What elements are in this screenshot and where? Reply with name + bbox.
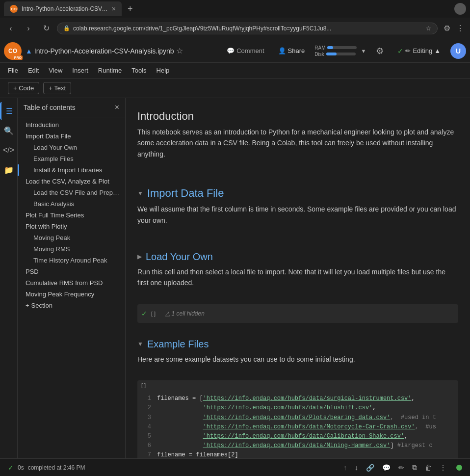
toc-item-basic-analysis[interactable]: Basic Analysis bbox=[18, 198, 125, 210]
bookmark-icon[interactable]: ☆ bbox=[426, 25, 431, 32]
cell-hidden-label[interactable]: △ 1 cell hidden bbox=[159, 306, 210, 321]
share-icon: 👤 bbox=[278, 47, 286, 54]
main-layout: ☰ 🔍 </> 📁 Table of contents × Introducti… bbox=[0, 98, 470, 458]
active-tab[interactable]: CO Intro-Python-Acceleration-CSV-A... × bbox=[4, 1, 122, 16]
example-files-heading: Example Files bbox=[147, 339, 209, 350]
toc-item-load-csv-file[interactable]: Load the CSV File and Prepare bbox=[18, 187, 125, 198]
folder-icon-button[interactable]: 📁 bbox=[0, 161, 18, 179]
menu-tools[interactable]: Tools bbox=[128, 65, 150, 76]
link-5[interactable]: 'https://info.endaq.com/hubfs/data/Calib… bbox=[203, 433, 404, 440]
toc-item-plot-full[interactable]: Plot Full Time Series bbox=[18, 210, 125, 221]
forward-button[interactable]: › bbox=[22, 22, 35, 35]
toc-item-import-data[interactable]: Import Data File bbox=[18, 131, 125, 142]
connected-status-dot bbox=[456, 465, 462, 471]
extensions-button[interactable]: ⚙ bbox=[442, 22, 452, 35]
search-icon-button[interactable]: 🔍 bbox=[0, 122, 18, 139]
status-time: 0s bbox=[18, 464, 24, 471]
toc-item-example-files[interactable]: Example Files bbox=[18, 153, 125, 164]
user-avatar[interactable]: U bbox=[450, 43, 466, 59]
copy-cell-button[interactable]: ⧉ bbox=[410, 461, 419, 474]
settings-button[interactable]: ⚙ bbox=[372, 44, 388, 58]
toc-item-introduction[interactable]: Introduction bbox=[18, 119, 125, 131]
toc-item-moving-peak[interactable]: Moving Peak bbox=[18, 232, 125, 243]
toc-item-load-csv[interactable]: Load the CSV, Analyze & Plot bbox=[18, 176, 125, 187]
menu-insert[interactable]: Insert bbox=[68, 65, 92, 76]
link-4[interactable]: 'https://info.endaq.com/hubfs/data/Motor… bbox=[203, 423, 415, 430]
toc-item-load-your-own[interactable]: Load Your Own bbox=[18, 142, 125, 153]
sidebar-strip: ☰ 🔍 </> 📁 bbox=[0, 98, 18, 458]
toc-item-moving-peak-freq[interactable]: Moving Peak Frequency bbox=[18, 289, 125, 300]
ram-disk-indicator[interactable]: RAM Disk ▼ bbox=[314, 45, 366, 57]
load-your-own-chevron-icon[interactable]: ▶ bbox=[137, 253, 142, 260]
menu-help[interactable]: Help bbox=[153, 65, 174, 76]
more-cell-button[interactable]: ⋮ bbox=[438, 462, 448, 474]
example-files-section: ▼ Example Files bbox=[137, 339, 458, 350]
code-content: 1 filenames = ['https://info.endaq.com/h… bbox=[137, 390, 458, 458]
intro-para: This notebook serves as an introduction … bbox=[137, 127, 458, 159]
section-plus-icon: + bbox=[26, 302, 29, 309]
move-down-button[interactable]: ↓ bbox=[353, 462, 360, 474]
menu-view[interactable]: View bbox=[45, 65, 66, 76]
status-checkmark: ✓ bbox=[8, 464, 14, 472]
toc-item-install-import[interactable]: Install & Import Libraries bbox=[18, 164, 125, 176]
load-your-own-heading: Load Your Own bbox=[146, 251, 213, 263]
share-button[interactable]: 👤 Share bbox=[274, 45, 309, 56]
comment-cell-button[interactable]: 💬 bbox=[380, 462, 392, 474]
code-icon-button[interactable]: </> bbox=[0, 141, 18, 159]
file-name: Intro-Python-Acceleration-CSV-Analysis.i… bbox=[34, 47, 174, 55]
import-chevron-icon[interactable]: ▼ bbox=[137, 190, 143, 197]
toc: Introduction Import Data File Load Your … bbox=[18, 117, 125, 313]
link-6[interactable]: 'https://info.endaq.com/hubfs/data/Minin… bbox=[203, 442, 391, 449]
comment-button[interactable]: 💬 Comment bbox=[223, 45, 268, 56]
add-text-button[interactable]: + Text bbox=[43, 82, 71, 94]
editing-button[interactable]: ✓ ✏ Editing ▲ bbox=[393, 45, 444, 57]
tab-favicon: CO bbox=[10, 5, 18, 13]
new-tab-button[interactable]: + bbox=[124, 4, 137, 14]
move-up-button[interactable]: ↑ bbox=[341, 462, 349, 474]
code-line-7: 7 filename = filenames[2] bbox=[143, 450, 452, 458]
notebook: Introduction This notebook serves as an … bbox=[126, 98, 470, 458]
toc-item-psd[interactable]: PSD bbox=[18, 266, 125, 277]
back-button[interactable]: ‹ bbox=[4, 22, 18, 35]
toc-item-section[interactable]: + Section bbox=[18, 300, 125, 311]
code-line-5: 5 'https://info.endaq.com/hubfs/data/Cal… bbox=[143, 432, 452, 441]
load-your-own-cell: ▶ Load Your Own Run this cell and then s… bbox=[137, 241, 458, 296]
link-2[interactable]: 'https://info.endaq.com/hubfs/data/blush… bbox=[203, 404, 373, 411]
delete-cell-button[interactable]: 🗑 bbox=[423, 462, 434, 474]
link-1[interactable]: 'https://info.endaq.com/hubfs/data/surgi… bbox=[203, 395, 412, 402]
code-line-1: 1 filenames = ['https://info.endaq.com/h… bbox=[143, 394, 452, 403]
drive-icon: ▲ bbox=[26, 47, 32, 55]
bottom-bar: ✓ 0s completed at 2:46 PM ↑ ↓ 🔗 💬 ✏ ⧉ 🗑 … bbox=[0, 458, 470, 476]
menu-edit[interactable]: Edit bbox=[24, 65, 43, 76]
toc-item-moving-rms[interactable]: Moving RMS bbox=[18, 243, 125, 255]
line-code-1: filenames = ['https://info.endaq.com/hub… bbox=[157, 394, 415, 403]
menu-file[interactable]: File bbox=[4, 65, 22, 76]
sidebar: Table of contents × Introduction Import … bbox=[18, 98, 126, 458]
menu-button[interactable]: ⋮ bbox=[454, 22, 466, 35]
example-chevron-icon[interactable]: ▼ bbox=[137, 341, 143, 347]
hidden-cell: ✓ [ ] △ 1 cell hidden bbox=[137, 304, 458, 323]
refresh-button[interactable]: ↻ bbox=[39, 22, 53, 35]
link-3[interactable]: 'https://info.endaq.com/hubfs/Plots/bear… bbox=[203, 414, 391, 421]
file-info: ▲ Intro-Python-Acceleration-CSV-Analysis… bbox=[26, 46, 183, 55]
toc-icon-button[interactable]: ☰ bbox=[0, 102, 18, 120]
add-code-button[interactable]: + Code bbox=[8, 82, 39, 94]
cell-bracket-hidden: [ ] bbox=[151, 311, 156, 317]
star-button[interactable]: ☆ bbox=[176, 46, 183, 55]
tab-title: Intro-Python-Acceleration-CSV-A... bbox=[22, 5, 108, 12]
url-bar[interactable]: 🔒 colab.research.google.com/drive/1_pcGt… bbox=[57, 23, 438, 34]
intro-heading: Introduction bbox=[137, 110, 458, 123]
disk-bar-row: Disk bbox=[314, 52, 357, 57]
menu-runtime[interactable]: Runtime bbox=[94, 65, 126, 76]
toc-item-cumulative-rms[interactable]: Cumulative RMS from PSD bbox=[18, 277, 125, 289]
import-para: We will assume that the first column is … bbox=[137, 204, 458, 226]
profile-icon[interactable] bbox=[454, 3, 466, 15]
toc-item-plot-plotly[interactable]: Plot with Plotly bbox=[18, 221, 125, 232]
sidebar-title: Table of contents bbox=[24, 104, 76, 111]
line-code-4: 'https://info.endaq.com/hubfs/data/Motor… bbox=[157, 423, 436, 432]
edit-cell-button[interactable]: ✏ bbox=[396, 462, 406, 474]
tab-close-button[interactable]: × bbox=[112, 5, 116, 13]
link-cell-button[interactable]: 🔗 bbox=[364, 462, 376, 474]
toc-item-time-history[interactable]: Time History Around Peak bbox=[18, 255, 125, 266]
sidebar-close-button[interactable]: × bbox=[115, 103, 119, 112]
